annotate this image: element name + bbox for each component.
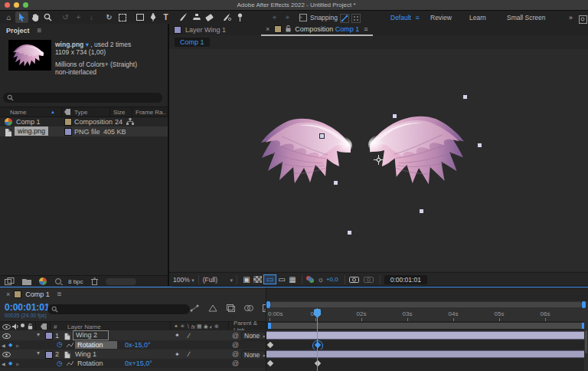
pickwhip-icon[interactable]: @ <box>232 350 239 358</box>
pan-behind-tool[interactable] <box>116 11 129 23</box>
eraser-tool[interactable] <box>203 11 216 23</box>
puppet-pin-tool[interactable] <box>234 11 247 23</box>
region-of-interest-icon[interactable]: ▭ <box>276 274 287 285</box>
preview-quality-icon[interactable]: ▣ <box>241 274 252 285</box>
shy-switch-icon[interactable]: ✦ <box>175 351 180 358</box>
column-name[interactable]: Name <box>10 109 26 116</box>
property-value[interactable]: 0x+15,0° <box>125 360 152 367</box>
snapshot-camera-icon[interactable] <box>349 276 359 283</box>
label-swatch[interactable] <box>64 118 72 126</box>
layer-handle[interactable] <box>319 133 325 139</box>
track-row-wing2[interactable] <box>266 330 588 340</box>
trash-icon[interactable] <box>91 277 98 285</box>
navigator-end-handle[interactable] <box>582 301 586 308</box>
workspace-tab-review[interactable]: Review <box>430 14 452 21</box>
timeline-tab-comp1[interactable]: Comp 1 <box>25 291 50 298</box>
dolly-camera-tool[interactable]: ↓ <box>85 11 98 23</box>
pickwhip-icon[interactable]: @ <box>232 341 239 349</box>
eye-icon[interactable] <box>2 352 11 357</box>
bit-depth-label[interactable]: 8 bpc <box>68 278 83 285</box>
project-settings-icon[interactable] <box>54 277 64 285</box>
label-column-icon[interactable] <box>64 109 70 115</box>
keyframe-icon[interactable] <box>267 342 273 348</box>
axis-mode-world-icon[interactable]: ⌖ <box>281 11 294 23</box>
pan-camera-tool[interactable]: + <box>72 11 85 23</box>
next-keyframe-icon[interactable]: ▶ <box>16 361 20 366</box>
workspace-overflow-button[interactable]: » <box>569 14 573 21</box>
preview-timecode[interactable]: 0:00:01:01 <box>384 275 427 284</box>
prev-keyframe-icon[interactable]: ◀ <box>2 343 5 348</box>
property-row-rotation-2[interactable]: ◀ ◆ ▶ ◷ Rotation 0x+15,0° @ <box>0 359 266 368</box>
grid-guides-icon[interactable]: ▦ <box>287 274 298 285</box>
brush-tool[interactable] <box>177 11 190 23</box>
work-area-start-handle[interactable] <box>268 323 271 329</box>
transparency-grid-icon[interactable] <box>253 276 262 283</box>
layer-handle[interactable] <box>333 180 338 186</box>
axis-mode-local-icon[interactable]: ⌖ <box>268 11 281 23</box>
show-channel-icon[interactable] <box>306 276 315 284</box>
footage-caret-icon[interactable]: ▾ <box>86 41 89 48</box>
graph-editor-icon[interactable] <box>67 343 74 348</box>
project-search-input[interactable] <box>3 93 162 103</box>
pickwhip-icon[interactable]: @ <box>232 332 239 340</box>
layer-handle[interactable] <box>477 143 482 148</box>
clone-stamp-tool[interactable] <box>190 11 203 23</box>
layer-duration-bar-selected[interactable] <box>266 331 584 340</box>
tab-composition-comp1[interactable]: × Composition Comp 1 ≡ <box>261 23 373 36</box>
project-row-comp1[interactable]: Comp 1 Composition 24 <box>0 117 168 126</box>
column-type[interactable]: Type <box>74 109 87 116</box>
layer-handle[interactable] <box>392 113 397 119</box>
workspace-tab-small-screen[interactable]: Small Screen <box>507 14 546 21</box>
pen-tool[interactable] <box>146 11 159 23</box>
anchor-point-icon[interactable] <box>374 155 384 165</box>
keyframe-icon[interactable] <box>315 360 321 366</box>
quality-switch-icon[interactable]: ∕ <box>188 350 190 358</box>
property-name[interactable]: Rotation <box>75 341 117 349</box>
new-folder-icon[interactable] <box>22 278 31 285</box>
expander-icon[interactable]: ▾ <box>37 331 40 338</box>
show-snapshot-icon[interactable] <box>364 276 374 283</box>
sort-ascending-icon[interactable]: ▲ <box>51 110 55 114</box>
track-row-rotation-2[interactable] <box>266 359 588 368</box>
breadcrumb-comp1[interactable]: Comp 1 <box>175 38 210 47</box>
layer-label-swatch[interactable] <box>45 332 53 340</box>
stopwatch-icon[interactable]: ◷ <box>57 340 63 348</box>
roto-brush-tool[interactable] <box>220 11 234 23</box>
quality-switch-icon[interactable]: ∕ <box>188 332 190 340</box>
scrollbar-thumb[interactable] <box>585 330 587 353</box>
label-swatch[interactable] <box>64 128 72 136</box>
snapping-toggle[interactable]: Snapping <box>299 14 338 21</box>
current-timecode[interactable]: 0:00:01:01 <box>5 302 50 313</box>
close-tab-icon[interactable]: × <box>6 291 10 298</box>
frame-blending-icon[interactable] <box>244 304 253 312</box>
composition-viewer[interactable] <box>169 49 588 271</box>
workspace-menu-icon[interactable]: ≡ <box>416 14 420 21</box>
keyframe-at-time-icon[interactable]: ◆ <box>8 360 12 366</box>
layer-row-wing2[interactable]: ▾ 1 Wing 2 ✦ ∕ @ None ▾ <box>0 330 266 340</box>
close-tab-icon[interactable]: × <box>266 25 270 33</box>
workspace-tab-learn[interactable]: Learn <box>469 14 486 21</box>
layer-name[interactable]: Wing 1 <box>75 350 96 358</box>
work-area-bar[interactable] <box>268 323 585 329</box>
hand-tool[interactable] <box>28 11 41 23</box>
hide-shy-layers-icon[interactable] <box>227 304 235 312</box>
track-row-rotation-1[interactable] <box>266 340 588 350</box>
draft-3d-icon[interactable] <box>208 304 217 312</box>
keyframe-icon[interactable] <box>267 360 273 366</box>
lock-icon[interactable] <box>286 25 291 32</box>
layer-label-swatch[interactable] <box>45 351 53 359</box>
layer-handle[interactable] <box>462 94 468 100</box>
eye-icon[interactable] <box>2 333 11 339</box>
home-icon[interactable]: ⌂ <box>2 11 15 23</box>
workspace-tab-default[interactable]: Default <box>390 14 411 21</box>
layer-handle[interactable] <box>419 208 424 214</box>
snapping-checkbox[interactable] <box>299 14 307 21</box>
panel-menu-icon[interactable]: ≡ <box>364 25 368 33</box>
track-row-wing1[interactable] <box>266 350 588 359</box>
stopwatch-icon[interactable]: ◷ <box>57 360 63 367</box>
parent-dropdown[interactable]: None ▾ <box>241 331 266 340</box>
next-keyframe-icon[interactable]: ▶ <box>16 343 20 348</box>
orbit-camera-tool[interactable]: ↺ <box>59 11 72 23</box>
column-size[interactable]: Size <box>113 109 126 116</box>
magnification-dropdown[interactable]: 100% ▾ <box>173 276 194 284</box>
